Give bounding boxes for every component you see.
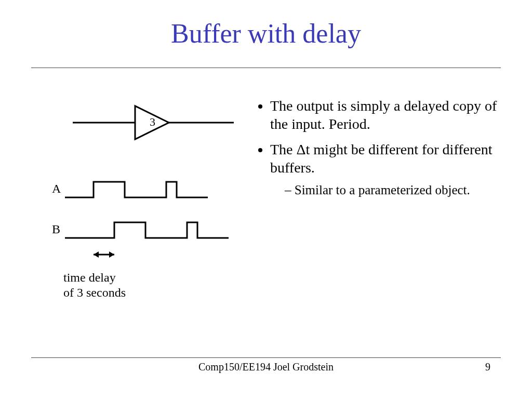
buffer-diagram: 3 A B time delay of 3 seconds	[42, 104, 239, 272]
sub-bullet-item: Similar to a parameterized object.	[285, 182, 499, 198]
slide-title: Buffer with delay	[0, 18, 532, 49]
divider-top	[31, 68, 501, 68]
bullet-item: The Δt might be different for different …	[270, 140, 499, 198]
text-column: The output is simply a delayed copy of t…	[255, 78, 520, 205]
signal-a-label: A	[52, 182, 61, 196]
sub-bullet-list: Similar to a parameterized object.	[270, 182, 499, 198]
slide-title-wrap: Buffer with delay	[0, 0, 532, 49]
signal-b-label: B	[52, 222, 60, 236]
footer-page-number: 9	[485, 361, 490, 373]
svg-marker-5	[109, 251, 114, 258]
bullet-item: The output is simply a delayed copy of t…	[270, 97, 499, 133]
delay-caption: time delay of 3 seconds	[63, 270, 126, 300]
bullet-item-text: The Δt might be different for different …	[270, 141, 493, 176]
diagram-svg	[42, 104, 239, 270]
buffer-delay-value: 3	[150, 115, 155, 129]
bullet-list: The output is simply a delayed copy of t…	[255, 97, 499, 198]
svg-marker-4	[94, 251, 99, 258]
divider-bottom	[31, 357, 501, 358]
footer-author: Comp150/EE194 Joel Grodstein	[198, 361, 334, 373]
diagram-column: 3 A B time delay of 3 seconds	[0, 78, 255, 205]
delay-caption-line2: of 3 seconds	[63, 286, 126, 299]
slide-content: 3 A B time delay of 3 seconds The output…	[0, 78, 532, 205]
delay-caption-line1: time delay	[63, 271, 116, 284]
